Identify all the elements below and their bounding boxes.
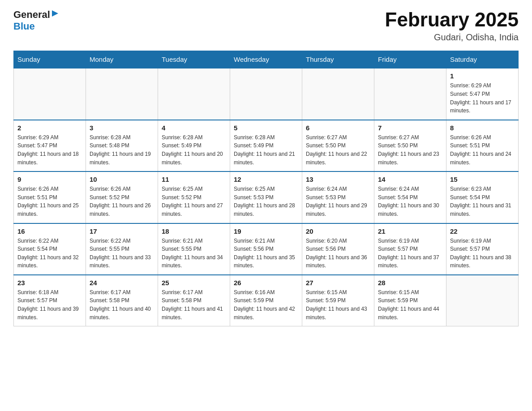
week-row-3: 9Sunrise: 6:26 AMSunset: 5:51 PMDaylight…	[14, 171, 519, 223]
day-info: Sunrise: 6:21 AMSunset: 5:56 PMDaylight:…	[234, 237, 298, 270]
day-number: 27	[306, 279, 370, 287]
title-block: February 2025 Gudari, Odisha, India	[385, 9, 519, 43]
day-number: 23	[17, 279, 82, 287]
day-info: Sunrise: 6:26 AMSunset: 5:51 PMDaylight:…	[450, 133, 515, 167]
calendar-cell	[86, 68, 158, 120]
calendar-cell: 22Sunrise: 6:19 AMSunset: 5:57 PMDayligh…	[446, 223, 519, 275]
day-info: Sunrise: 6:28 AMSunset: 5:49 PMDaylight:…	[234, 133, 298, 167]
day-number: 12	[234, 176, 298, 183]
calendar-cell	[230, 68, 302, 120]
calendar-table: SundayMondayTuesdayWednesdayThursdayFrid…	[13, 51, 519, 326]
col-header-friday: Friday	[374, 51, 446, 68]
calendar-cell	[302, 68, 374, 120]
calendar-cell: 14Sunrise: 6:24 AMSunset: 5:54 PMDayligh…	[374, 171, 446, 223]
calendar-cell: 11Sunrise: 6:25 AMSunset: 5:52 PMDayligh…	[158, 171, 230, 223]
day-info: Sunrise: 6:20 AMSunset: 5:56 PMDaylight:…	[306, 237, 370, 270]
calendar-cell: 12Sunrise: 6:25 AMSunset: 5:53 PMDayligh…	[230, 171, 302, 223]
calendar-cell: 26Sunrise: 6:16 AMSunset: 5:59 PMDayligh…	[230, 275, 302, 326]
day-number: 10	[90, 176, 154, 183]
calendar-cell	[158, 68, 230, 120]
col-header-sunday: Sunday	[14, 51, 86, 68]
day-number: 3	[90, 124, 154, 132]
day-info: Sunrise: 6:28 AMSunset: 5:48 PMDaylight:…	[90, 133, 154, 167]
calendar-cell: 10Sunrise: 6:26 AMSunset: 5:52 PMDayligh…	[86, 171, 158, 223]
calendar-cell	[14, 68, 86, 120]
logo-arrow-icon	[51, 9, 59, 17]
day-number: 28	[378, 279, 442, 287]
day-info: Sunrise: 6:24 AMSunset: 5:53 PMDaylight:…	[306, 185, 370, 218]
day-info: Sunrise: 6:23 AMSunset: 5:54 PMDaylight:…	[450, 185, 515, 218]
day-number: 24	[90, 279, 154, 287]
day-number: 19	[234, 227, 298, 235]
day-number: 16	[17, 227, 82, 235]
calendar-cell: 28Sunrise: 6:15 AMSunset: 5:59 PMDayligh…	[374, 275, 446, 326]
day-number: 5	[234, 124, 298, 132]
day-number: 2	[17, 124, 82, 132]
col-header-wednesday: Wednesday	[230, 51, 302, 68]
day-info: Sunrise: 6:22 AMSunset: 5:55 PMDaylight:…	[90, 237, 154, 270]
day-number: 15	[450, 176, 515, 183]
day-number: 9	[17, 176, 82, 183]
calendar-cell: 1Sunrise: 6:29 AMSunset: 5:47 PMDaylight…	[446, 68, 519, 120]
calendar-cell: 17Sunrise: 6:22 AMSunset: 5:55 PMDayligh…	[86, 223, 158, 275]
day-info: Sunrise: 6:19 AMSunset: 5:57 PMDaylight:…	[378, 237, 442, 270]
calendar-cell	[446, 275, 519, 326]
calendar-cell: 2Sunrise: 6:29 AMSunset: 5:47 PMDaylight…	[14, 120, 86, 171]
page-header: General Blue February 2025 Gudari, Odish…	[13, 9, 519, 43]
week-row-2: 2Sunrise: 6:29 AMSunset: 5:47 PMDaylight…	[14, 120, 519, 171]
day-number: 18	[162, 227, 226, 235]
col-header-monday: Monday	[86, 51, 158, 68]
day-info: Sunrise: 6:25 AMSunset: 5:53 PMDaylight:…	[234, 185, 298, 218]
day-info: Sunrise: 6:28 AMSunset: 5:49 PMDaylight:…	[162, 133, 226, 167]
calendar-cell: 27Sunrise: 6:15 AMSunset: 5:59 PMDayligh…	[302, 275, 374, 326]
day-info: Sunrise: 6:17 AMSunset: 5:58 PMDaylight:…	[90, 288, 154, 321]
day-info: Sunrise: 6:27 AMSunset: 5:50 PMDaylight:…	[306, 133, 370, 167]
day-info: Sunrise: 6:16 AMSunset: 5:59 PMDaylight:…	[234, 288, 298, 321]
col-header-tuesday: Tuesday	[158, 51, 230, 68]
day-number: 7	[378, 124, 442, 132]
logo: General Blue	[13, 9, 59, 32]
day-info: Sunrise: 6:27 AMSunset: 5:50 PMDaylight:…	[378, 133, 442, 167]
day-number: 20	[306, 227, 370, 235]
logo-general: General	[13, 9, 50, 21]
calendar-cell: 3Sunrise: 6:28 AMSunset: 5:48 PMDaylight…	[86, 120, 158, 171]
calendar-cell: 4Sunrise: 6:28 AMSunset: 5:49 PMDaylight…	[158, 120, 230, 171]
location: Gudari, Odisha, India	[385, 32, 519, 43]
calendar-cell: 23Sunrise: 6:18 AMSunset: 5:57 PMDayligh…	[14, 275, 86, 326]
calendar-cell: 13Sunrise: 6:24 AMSunset: 5:53 PMDayligh…	[302, 171, 374, 223]
day-number: 13	[306, 176, 370, 183]
calendar-cell	[374, 68, 446, 120]
day-info: Sunrise: 6:15 AMSunset: 5:59 PMDaylight:…	[378, 288, 442, 321]
day-number: 21	[378, 227, 442, 235]
day-number: 17	[90, 227, 154, 235]
day-number: 22	[450, 227, 515, 235]
week-row-4: 16Sunrise: 6:22 AMSunset: 5:54 PMDayligh…	[14, 223, 519, 275]
calendar-cell: 21Sunrise: 6:19 AMSunset: 5:57 PMDayligh…	[374, 223, 446, 275]
calendar-cell: 15Sunrise: 6:23 AMSunset: 5:54 PMDayligh…	[446, 171, 519, 223]
logo-blue: Blue	[13, 21, 35, 32]
day-info: Sunrise: 6:25 AMSunset: 5:52 PMDaylight:…	[162, 185, 226, 218]
calendar-cell: 9Sunrise: 6:26 AMSunset: 5:51 PMDaylight…	[14, 171, 86, 223]
day-info: Sunrise: 6:24 AMSunset: 5:54 PMDaylight:…	[378, 185, 442, 218]
calendar-cell: 5Sunrise: 6:28 AMSunset: 5:49 PMDaylight…	[230, 120, 302, 171]
day-info: Sunrise: 6:26 AMSunset: 5:52 PMDaylight:…	[90, 185, 154, 218]
month-title: February 2025	[385, 9, 519, 30]
calendar-cell: 20Sunrise: 6:20 AMSunset: 5:56 PMDayligh…	[302, 223, 374, 275]
calendar-cell: 16Sunrise: 6:22 AMSunset: 5:54 PMDayligh…	[14, 223, 86, 275]
day-info: Sunrise: 6:22 AMSunset: 5:54 PMDaylight:…	[17, 237, 82, 270]
day-number: 1	[450, 72, 515, 80]
calendar-cell: 24Sunrise: 6:17 AMSunset: 5:58 PMDayligh…	[86, 275, 158, 326]
header-row: SundayMondayTuesdayWednesdayThursdayFrid…	[14, 51, 519, 68]
col-header-thursday: Thursday	[302, 51, 374, 68]
day-number: 14	[378, 176, 442, 183]
day-info: Sunrise: 6:26 AMSunset: 5:51 PMDaylight:…	[17, 185, 82, 218]
day-info: Sunrise: 6:15 AMSunset: 5:59 PMDaylight:…	[306, 288, 370, 321]
calendar-cell: 7Sunrise: 6:27 AMSunset: 5:50 PMDaylight…	[374, 120, 446, 171]
calendar-cell: 18Sunrise: 6:21 AMSunset: 5:55 PMDayligh…	[158, 223, 230, 275]
day-number: 25	[162, 279, 226, 287]
day-info: Sunrise: 6:17 AMSunset: 5:58 PMDaylight:…	[162, 288, 226, 321]
calendar-cell: 8Sunrise: 6:26 AMSunset: 5:51 PMDaylight…	[446, 120, 519, 171]
day-number: 6	[306, 124, 370, 132]
day-number: 8	[450, 124, 515, 132]
week-row-5: 23Sunrise: 6:18 AMSunset: 5:57 PMDayligh…	[14, 275, 519, 326]
